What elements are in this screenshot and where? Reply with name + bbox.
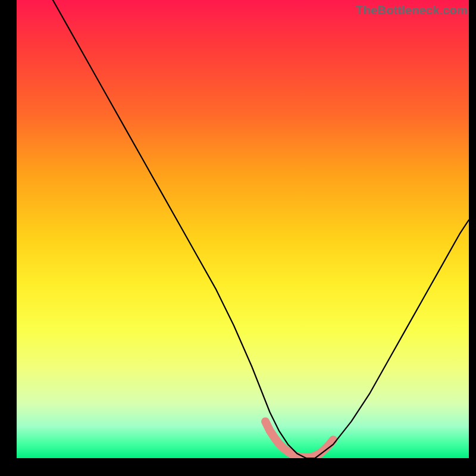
watermark-label: TheBottleneck.com [356,4,468,17]
frame-right [469,0,476,476]
curve-svg [17,0,469,458]
bottleneck-curve-path [53,0,469,458]
plot-area [17,0,469,458]
frame-bottom [0,458,476,476]
frame-left [0,0,17,476]
bottleneck-chart: TheBottleneck.com [0,0,476,476]
